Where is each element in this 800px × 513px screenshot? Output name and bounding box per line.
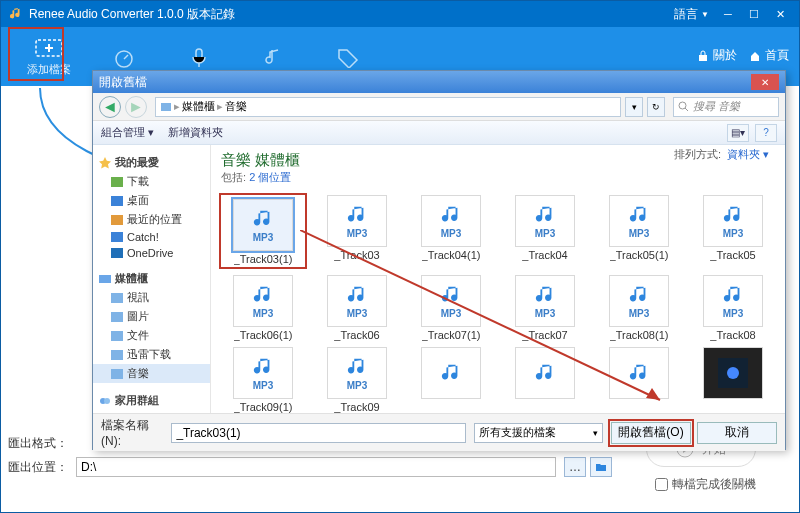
file-item[interactable]: MP3_Track08(1) [595,273,683,341]
home-link[interactable]: 首頁 [749,47,789,64]
organize-menu[interactable]: 組合管理 ▾ [101,125,154,140]
about-link[interactable]: 關於 [697,47,737,64]
svg-rect-17 [111,369,123,379]
music-note-icon [440,362,462,384]
file-item[interactable]: MP3_Track09 [313,345,401,413]
mic-icon [185,46,213,68]
file-thumbnail [609,347,669,399]
file-item[interactable] [501,345,589,413]
open-button[interactable]: 開啟舊檔(O) [611,422,691,444]
file-item[interactable]: MP3_Track07 [501,273,589,341]
sidebar-item[interactable]: 最近的位置 [93,210,210,229]
annotation-addfile-highlight [8,27,64,81]
language-selector[interactable]: 語言▼ [674,6,709,23]
file-item[interactable]: MP3_Track03 [313,193,401,269]
breadcrumb[interactable]: ▸ 媒體櫃 ▸ 音樂 [155,97,621,117]
browse-location-button[interactable]: … [564,457,586,477]
sidebar-item[interactable]: 桌面 [93,191,210,210]
file-item[interactable] [595,345,683,413]
new-folder-button[interactable]: 新增資料夾 [168,125,223,140]
file-list-panel: 音樂 媒體櫃 包括: 2 個位置 排列方式: 資料夾 ▾ MP3_Track03… [211,145,785,413]
file-item[interactable]: MP3_Track08 [689,273,777,341]
file-name: _Track06(1) [234,329,293,341]
file-name: _Track05 [710,249,755,261]
sidebar-item[interactable]: Catch! [93,229,210,245]
file-name: _Track07 [522,329,567,341]
folder-icon [111,247,123,259]
help-button[interactable]: ? [755,124,777,142]
cancel-button[interactable]: 取消 [697,422,777,444]
maximize-button[interactable]: ☐ [743,5,765,23]
file-item[interactable]: MP3_Track05 [689,193,777,269]
music-note-icon [534,362,556,384]
sidebar-item[interactable]: OneDrive [93,245,210,261]
svg-rect-14 [111,312,123,322]
svg-rect-11 [111,248,123,258]
star-icon [99,157,111,169]
file-name: _Track05(1) [610,249,669,261]
sidebar-libraries-header[interactable]: 媒體櫃 [93,269,210,288]
svg-rect-5 [161,103,171,111]
sort-label: 排列方式: [674,147,721,162]
refresh-button[interactable]: ↻ [647,97,665,117]
file-item[interactable]: MP3_Track06 [313,273,401,341]
search-input[interactable]: 搜尋 音樂 [673,97,779,117]
view-mode-button[interactable]: ▤▾ [727,124,749,142]
minimize-button[interactable]: ─ [717,5,739,23]
video-thumbnail [703,347,763,399]
dialog-toolbar: 組合管理 ▾ 新增資料夾 ▤▾ ? [93,121,785,145]
annotation-file-highlight: MP3_Track03(1) [219,193,307,269]
file-item[interactable]: MP3_Track09(1) [219,345,307,413]
breadcrumb-dropdown[interactable]: ▾ [625,97,643,117]
main-subtitle: 包括: 2 個位置 [221,170,775,185]
sidebar-item[interactable]: 視訊 [93,288,210,307]
svg-rect-7 [111,177,123,187]
close-after-checkbox[interactable]: 轉檔完成後關機 [655,476,756,493]
close-button[interactable]: ✕ [769,5,791,23]
sidebar-item[interactable]: 文件 [93,326,210,345]
file-name: _Track04(1) [422,249,481,261]
music-note-icon [628,284,650,306]
library-icon [160,101,172,113]
nav-forward-button[interactable]: ► [125,96,147,118]
file-thumbnail: MP3 [515,275,575,327]
sidebar-item[interactable]: 音樂 [93,364,210,383]
file-name: _Track03(1) [234,253,293,265]
music-note-icon [346,284,368,306]
music-note-icon [628,362,650,384]
file-name: _Track06 [334,329,379,341]
file-name: _Track03 [334,249,379,261]
file-name: _Track09(1) [234,401,293,413]
sidebar-item[interactable]: 下載 [93,172,210,191]
file-item[interactable]: MP3_Track03(1) [223,197,303,265]
file-item[interactable]: MP3_Track04 [501,193,589,269]
sort-value[interactable]: 資料夾 ▾ [727,147,769,162]
file-item[interactable]: MP3_Track07(1) [407,273,495,341]
file-item[interactable]: MP3_Track06(1) [219,273,307,341]
folder-icon [111,195,123,207]
music-note-icon [722,204,744,226]
filetype-select[interactable]: 所有支援的檔案▾ [474,423,603,443]
open-location-button[interactable] [590,457,612,477]
sidebar-item[interactable]: 迅雷下载 [93,345,210,364]
locations-link[interactable]: 2 個位置 [249,171,291,183]
sidebar-item[interactable]: 圖片 [93,307,210,326]
file-item[interactable]: MP3_Track04(1) [407,193,495,269]
filename-input[interactable] [171,423,465,443]
sidebar-homegroup-header[interactable]: 家用群組 [93,391,210,410]
music-note-icon [534,204,556,226]
nav-back-button[interactable]: ◄ [99,96,121,118]
gauge-icon [110,46,138,68]
sidebar-favorites-header[interactable]: 我的最愛 [93,153,210,172]
file-thumbnail: MP3 [233,199,293,251]
file-thumbnail: MP3 [609,275,669,327]
file-item[interactable] [407,345,495,413]
library-item-icon [111,368,123,380]
file-item[interactable] [689,345,777,413]
dialog-close-button[interactable]: ✕ [751,74,779,90]
file-item[interactable]: MP3_Track05(1) [595,193,683,269]
dialog-title: 開啟舊檔 [99,74,147,91]
file-name: _Track07(1) [422,329,481,341]
export-location-input[interactable] [76,457,556,477]
close-after-input[interactable] [655,478,668,491]
